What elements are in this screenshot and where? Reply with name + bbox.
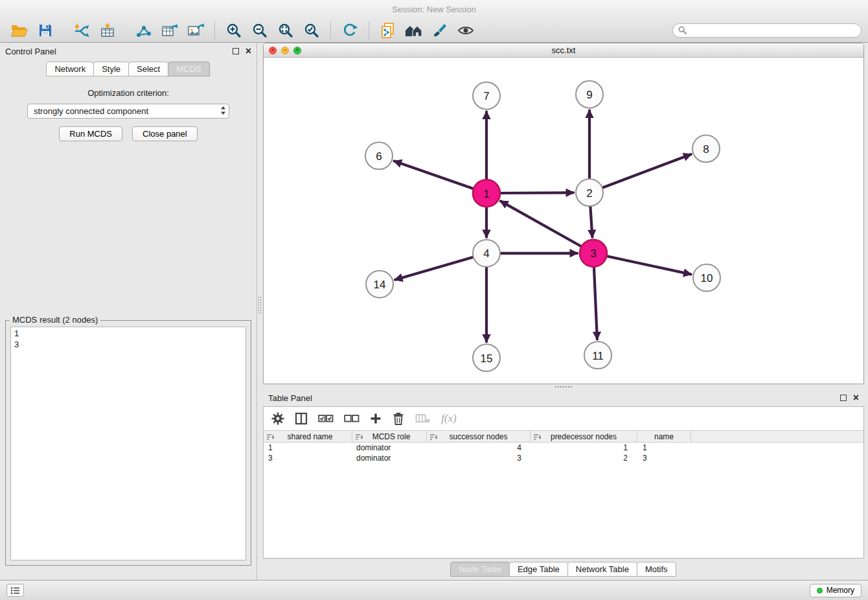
function-builder-button[interactable]: f(x) bbox=[441, 410, 457, 428]
close-table-panel-icon[interactable]: × bbox=[853, 393, 859, 402]
style-button[interactable] bbox=[427, 20, 453, 41]
graph-node-label: 4 bbox=[483, 248, 489, 260]
graph-node-11[interactable]: 11 bbox=[584, 341, 611, 369]
right-column: scc.txt × − + 7968124314101511 Table Pan… bbox=[257, 43, 868, 580]
float-table-panel-button[interactable] bbox=[840, 395, 847, 401]
graph-edge-3-1[interactable] bbox=[501, 201, 581, 246]
deselect-all-icon bbox=[344, 413, 360, 424]
export-image-button[interactable] bbox=[183, 20, 209, 41]
column-header-predecessor-nodes[interactable]: predecessor nodes bbox=[531, 431, 637, 442]
show-hide-button[interactable] bbox=[453, 20, 479, 41]
table-toolbar: f(x) bbox=[264, 407, 863, 430]
horizontal-splitter[interactable] bbox=[263, 384, 864, 389]
clone-network-button[interactable] bbox=[375, 20, 401, 41]
column-label: name bbox=[654, 432, 674, 441]
refresh-view-button[interactable] bbox=[337, 20, 363, 41]
tab-network-table[interactable]: Network Table bbox=[567, 562, 637, 577]
graph-node-label: 8 bbox=[703, 143, 709, 156]
network-window-titlebar[interactable]: scc.txt × − + bbox=[264, 43, 863, 58]
dropdown-stepper-icon bbox=[220, 106, 226, 117]
export-image-icon bbox=[187, 23, 204, 38]
graph-node-3[interactable]: 3 bbox=[580, 240, 607, 267]
task-history-button[interactable] bbox=[6, 584, 24, 597]
cell-shared-name: 3 bbox=[264, 453, 352, 463]
zoom-selected-icon bbox=[304, 23, 319, 38]
memory-status-icon bbox=[817, 588, 823, 594]
tab-edge-table[interactable]: Edge Table bbox=[509, 562, 568, 577]
deselect-all-button[interactable] bbox=[344, 410, 360, 428]
column-header-shared-name[interactable]: shared name bbox=[264, 431, 352, 442]
close-panel-icon[interactable]: × bbox=[246, 47, 251, 56]
close-window-button[interactable]: × bbox=[269, 47, 277, 54]
graph-node-10[interactable]: 10 bbox=[693, 264, 720, 292]
search-field[interactable] bbox=[672, 23, 862, 38]
column-header-mcds-role[interactable]: MCDS role bbox=[352, 431, 427, 442]
graph-edge-4-14[interactable] bbox=[395, 257, 473, 280]
zoom-out-button[interactable] bbox=[247, 20, 273, 41]
graph-edge-3-10[interactable] bbox=[607, 256, 691, 274]
zoom-selected-button[interactable] bbox=[299, 20, 325, 41]
table-row[interactable]: 1 dominator 4 1 1 bbox=[264, 443, 863, 453]
column-header-successor-nodes[interactable]: successor nodes bbox=[427, 431, 531, 442]
cell-successor-nodes: 3 bbox=[427, 453, 531, 463]
open-session-button[interactable] bbox=[6, 20, 32, 41]
graph-node-14[interactable]: 14 bbox=[366, 271, 393, 298]
delete-row-button[interactable] bbox=[392, 410, 405, 428]
graph-node-7[interactable]: 7 bbox=[473, 82, 500, 110]
application-window: Session: New Session bbox=[0, 0, 868, 600]
graph-edge-2-8[interactable] bbox=[603, 154, 691, 187]
zoom-fit-button[interactable] bbox=[273, 20, 299, 41]
graph-node-6[interactable]: 6 bbox=[365, 142, 393, 169]
new-table-button[interactable] bbox=[157, 20, 183, 41]
table-row[interactable]: 3 dominator 3 2 3 bbox=[264, 453, 863, 463]
new-network-icon bbox=[135, 23, 152, 38]
maximize-window-button[interactable]: + bbox=[293, 47, 301, 54]
tab-motifs[interactable]: Motifs bbox=[637, 562, 676, 577]
import-table-icon bbox=[100, 23, 115, 38]
cell-name: 3 bbox=[637, 453, 691, 463]
cell-name: 1 bbox=[637, 443, 691, 453]
import-table-button[interactable] bbox=[95, 20, 120, 41]
optimization-criterion-select[interactable]: strongly connected component bbox=[27, 104, 229, 119]
graph-node-1[interactable]: 1 bbox=[473, 179, 500, 207]
tab-select[interactable]: Select bbox=[128, 62, 168, 76]
graph-edge-3-11[interactable] bbox=[594, 268, 597, 340]
delete-column-button[interactable] bbox=[415, 410, 431, 428]
search-input[interactable] bbox=[690, 26, 856, 35]
memory-label: Memory bbox=[827, 586, 854, 595]
tab-node-table[interactable]: Node Table bbox=[450, 562, 510, 577]
float-panel-button[interactable] bbox=[233, 48, 239, 54]
save-session-button[interactable] bbox=[32, 20, 58, 41]
graph-node-2[interactable]: 2 bbox=[576, 179, 603, 206]
zoom-out-icon bbox=[252, 23, 268, 38]
new-network-button[interactable] bbox=[131, 20, 157, 41]
tab-network[interactable]: Network bbox=[46, 62, 94, 76]
tab-mcds[interactable]: MCDS bbox=[168, 62, 209, 76]
sort-icon bbox=[355, 433, 363, 441]
home-layout-button[interactable] bbox=[401, 20, 427, 41]
table-settings-button[interactable] bbox=[271, 410, 284, 428]
network-canvas[interactable]: 7968124314101511 bbox=[264, 58, 863, 384]
select-all-button[interactable] bbox=[318, 410, 334, 428]
add-column-button[interactable] bbox=[370, 410, 382, 428]
graph-node-9[interactable]: 9 bbox=[576, 81, 603, 108]
tab-style[interactable]: Style bbox=[93, 62, 129, 76]
graph-edge-1-6[interactable] bbox=[394, 161, 474, 189]
graph-edge-2-3[interactable] bbox=[590, 207, 592, 237]
memory-button[interactable]: Memory bbox=[810, 584, 862, 597]
graph-edge-1-2[interactable] bbox=[501, 192, 573, 193]
graph-node-4[interactable]: 4 bbox=[473, 240, 500, 267]
column-label: MCDS role bbox=[372, 432, 411, 441]
show-columns-button[interactable] bbox=[295, 410, 308, 428]
graph-node-15[interactable]: 15 bbox=[473, 344, 500, 371]
sort-icon bbox=[429, 433, 438, 441]
close-panel-button[interactable]: Close panel bbox=[132, 126, 198, 141]
column-header-name[interactable]: name bbox=[637, 431, 691, 442]
minimize-window-button[interactable]: − bbox=[281, 47, 289, 54]
run-mcds-button[interactable]: Run MCDS bbox=[59, 126, 122, 141]
list-icon bbox=[10, 586, 20, 595]
network-graph[interactable]: 7968124314101511 bbox=[264, 58, 863, 384]
import-network-button[interactable] bbox=[69, 20, 95, 41]
graph-node-8[interactable]: 8 bbox=[692, 135, 720, 163]
zoom-in-button[interactable] bbox=[221, 20, 247, 41]
